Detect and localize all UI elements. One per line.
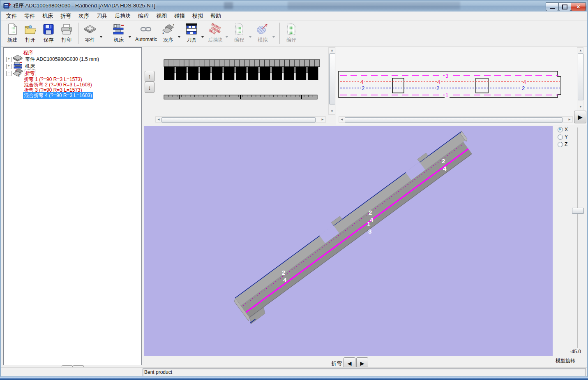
expand-icon[interactable]: +	[6, 64, 12, 69]
tool-move-down-button[interactable]: ↓	[145, 82, 154, 93]
axis-z-radio[interactable]	[558, 142, 563, 147]
menubar: 文件 零件 机床 折弯 次序 刀具 后挡块 编程 视图 碰撞 模拟 帮助	[0, 12, 588, 21]
status-field	[143, 368, 586, 377]
rotation-slider-handle[interactable]	[572, 208, 584, 214]
print-icon	[60, 23, 73, 35]
menu-collision[interactable]: 碰撞	[171, 12, 189, 21]
bend-label: 2	[442, 158, 445, 165]
menu-file[interactable]: 文件	[2, 12, 21, 21]
tree-node-part[interactable]: 零件 ADC1005980G030 (1.5 mm)	[25, 56, 99, 63]
scroll-right-icon: ►	[321, 118, 324, 121]
menu-programming[interactable]: 编程	[134, 12, 152, 21]
svg-text:1: 1	[16, 69, 17, 72]
menu-help[interactable]: 帮助	[207, 12, 225, 21]
program-button[interactable]: 编程	[230, 22, 248, 44]
axis-x-radio[interactable]	[558, 127, 563, 132]
bend-number-3: 3	[445, 73, 448, 79]
scroll-up-icon: ▲	[579, 49, 582, 52]
toolbar-separator	[78, 23, 78, 44]
part-icon	[84, 23, 96, 35]
new-button[interactable]: 新建	[3, 22, 21, 44]
sequence-button[interactable]: 21 次序	[159, 22, 177, 44]
close-icon: ✕	[576, 4, 580, 10]
up-arrow-icon: ↑	[148, 74, 151, 79]
open-button[interactable]: 打开	[21, 22, 39, 44]
tree-root-program[interactable]: 程序	[23, 49, 33, 56]
titlebar-artifact	[224, 2, 233, 9]
flat-pattern-view[interactable]: 3 4 4 4 2 2 2 1	[336, 47, 576, 115]
bent-part-3d: 2 4 2 4 1 3 2 4	[144, 126, 553, 356]
punch-segments[interactable]	[164, 67, 318, 80]
window-title: 程序 ADC1005980G030 - Radbend [AMADA HDS-8…	[13, 0, 155, 12]
menu-backgauge[interactable]: 后挡块	[111, 12, 134, 21]
tool-vertical-scrollbar[interactable]: ▲ ▼	[328, 47, 335, 115]
tool-setup-view[interactable]	[143, 46, 336, 117]
close-button[interactable]: ✕	[571, 2, 586, 11]
simulate-dropdown-arrow[interactable]	[272, 36, 275, 38]
part-web	[241, 142, 468, 312]
compile-button[interactable]: 编译	[282, 22, 300, 44]
part-button[interactable]: 零件	[81, 22, 99, 44]
print-button[interactable]: 打印	[58, 22, 76, 44]
minimize-button[interactable]	[546, 2, 559, 11]
bend-label: 1	[367, 220, 370, 227]
part-icon	[13, 55, 23, 62]
restore-button[interactable]	[558, 2, 571, 11]
collapse-icon[interactable]: −	[6, 71, 12, 76]
flat-horizontal-scrollbar[interactable]: ◄ ►	[339, 116, 573, 123]
automatic-button[interactable]: Automatic	[133, 22, 159, 43]
scroll-left-icon: ◄	[157, 118, 160, 121]
scrollbar-thumb[interactable]	[578, 53, 583, 100]
scroll-down-icon: ▼	[330, 110, 334, 113]
axis-y-label: Y	[565, 134, 568, 140]
rotation-slider-track[interactable]	[577, 127, 578, 348]
tree-node-machine[interactable]: 机床	[25, 63, 35, 70]
scrollbar-thumb[interactable]	[329, 53, 335, 104]
tool-move-up-button[interactable]: ↑	[145, 71, 154, 82]
flat-vertical-scrollbar[interactable]: ▲ ▼	[577, 47, 583, 110]
expand-icon[interactable]: +	[6, 57, 12, 62]
sequence-dropdown-arrow[interactable]	[178, 36, 181, 38]
menu-sequence[interactable]: 次序	[75, 12, 93, 21]
backgauge-button[interactable]: 后挡块	[206, 22, 225, 44]
axis-y-radio[interactable]	[558, 134, 563, 140]
save-button[interactable]: 保存	[39, 22, 58, 44]
bend-number-1: 1	[445, 92, 448, 98]
tools-button[interactable]: 刀具	[182, 22, 201, 44]
tree-bend-4-selected[interactable]: 混合折弯 4 (?=90 R=3 L=1603)	[23, 92, 93, 99]
machine-button[interactable]: 机床	[110, 22, 128, 44]
backgauge-dropdown-arrow[interactable]	[225, 36, 228, 38]
machine-icon	[14, 62, 23, 69]
menu-simulate[interactable]: 模拟	[189, 12, 207, 21]
menu-tools[interactable]: 刀具	[93, 12, 111, 21]
open-folder-icon	[24, 23, 37, 35]
axis-z-label: Z	[565, 141, 567, 147]
part-dropdown-arrow[interactable]	[99, 36, 103, 38]
punch-holder-segments	[164, 60, 320, 67]
scrollbar-thumb[interactable]	[345, 117, 563, 123]
backgauge-icon	[209, 23, 221, 35]
tools-dropdown-arrow[interactable]	[201, 36, 204, 38]
scrollbar-thumb[interactable]	[161, 117, 316, 123]
menu-part[interactable]: 零件	[21, 12, 39, 21]
tool-horizontal-scrollbar[interactable]: ◄ ►	[155, 116, 326, 123]
windows-taskbar-edge[interactable]	[0, 377, 588, 380]
previous-icon: ◀	[348, 360, 352, 366]
toolbar: 新建 打开 保存 打印 零件 机床 Automatic 21 次序	[0, 21, 588, 46]
rotation-label: 模型旋转	[556, 357, 575, 364]
play-simulation-button[interactable]: ▶	[574, 111, 586, 123]
menu-bend[interactable]: 折弯	[57, 12, 75, 21]
blank-outline	[339, 71, 561, 97]
menu-machine[interactable]: 机床	[39, 12, 57, 21]
menu-view[interactable]: 视图	[152, 12, 171, 21]
bend-number-2: 2	[362, 85, 364, 91]
program-dropdown-arrow[interactable]	[249, 36, 252, 38]
simulate-button[interactable]: 模拟	[254, 22, 272, 44]
part-bottom-edge	[249, 153, 472, 317]
bend-label: 2	[282, 269, 285, 276]
toolbar-separator	[107, 23, 107, 44]
machine-dropdown-arrow[interactable]	[128, 36, 131, 38]
die-segments[interactable]	[164, 95, 317, 99]
save-floppy-icon	[42, 23, 55, 35]
part-top-flange	[235, 132, 467, 305]
